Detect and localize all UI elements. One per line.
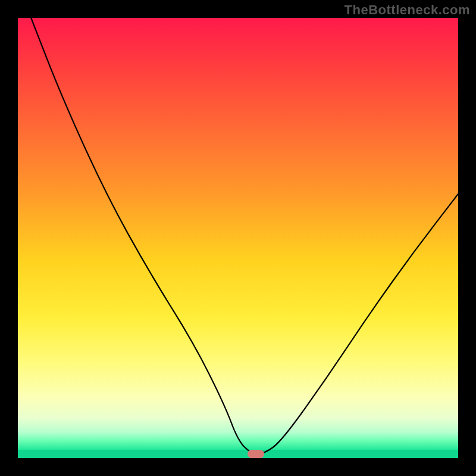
optimum-marker — [248, 450, 264, 458]
plot-area — [18, 18, 458, 458]
bottleneck-curve — [18, 18, 458, 458]
watermark-text: TheBottleneck.com — [345, 2, 470, 18]
chart-frame: TheBottleneck.com — [0, 0, 476, 476]
